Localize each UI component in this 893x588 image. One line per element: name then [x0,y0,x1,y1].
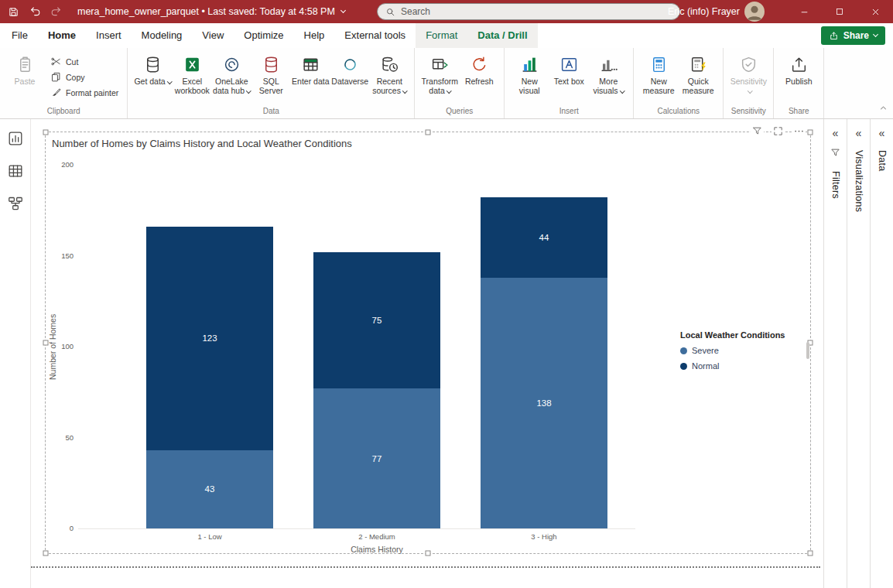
ribbon-item-label: Refresh [465,77,494,86]
resize-handle[interactable] [808,551,813,556]
visualizations-pane-collapsed[interactable]: « Visualizations [847,119,870,588]
enter-data-icon [301,54,320,74]
expand-pane-icon[interactable]: « [879,125,885,141]
ribbon-item-more-visuals[interactable]: More visuals [589,53,628,96]
bar-segment-normal[interactable]: 44 [481,197,607,277]
ribbon-item-paste[interactable]: Paste [5,53,44,87]
expand-pane-icon[interactable]: « [856,125,862,141]
ribbon-item-label: Enter data [292,77,329,86]
bar-segment-normal[interactable]: 123 [146,227,273,450]
legend-item-normal[interactable]: Normal [680,361,812,371]
model-view-button[interactable] [5,193,26,214]
tab-external-tools[interactable]: External tools [334,23,416,48]
minimize-button[interactable] [786,0,822,23]
maximize-icon [835,7,844,16]
ribbon-item-recent-sources[interactable]: Recent sources [370,53,409,96]
canvas-scrollbar[interactable] [806,342,809,359]
chevron-down-icon [340,8,346,13]
ribbon-item-text-box[interactable]: Text box [549,53,588,87]
bar-segment-severe[interactable]: 77 [313,388,440,528]
ribbon-item-onelake-data-hub[interactable]: OneLake data hub [212,53,251,96]
ribbon-group-items: Publish [776,48,821,105]
redo-icon [50,5,62,18]
ribbon-item-cut[interactable]: Cut [50,56,118,67]
resize-handle[interactable] [43,551,49,556]
ribbon-item-dataverse[interactable]: Dataverse [330,53,369,87]
tab-format[interactable]: Format [416,23,467,48]
report-canvas: Number of Homes by Claims History and Lo… [31,119,823,588]
onelake-icon [222,55,241,74]
ribbon-item-label: Dataverse [331,77,368,86]
maximize-button[interactable] [822,0,857,23]
dataverse-icon [340,55,360,74]
recent-icon [380,54,399,74]
resize-handle[interactable] [808,130,813,135]
share-button[interactable]: Share [821,26,885,45]
ribbon-group-label: Sensitivity [726,105,771,118]
filters-pane-collapsed[interactable]: « Filters [823,119,847,588]
ribbon-item-quick-measure[interactable]: Quick measure [679,53,717,96]
ribbon-item-get-data[interactable]: Get data [133,53,172,87]
ribbon-group-queries: Transform dataRefreshQueries [415,48,505,118]
tab-data-drill[interactable]: Data / Drill [467,23,537,48]
clipboard-icon [15,55,35,74]
tab-file[interactable]: File [2,23,38,48]
x-tick-label: 2 - Medium [313,532,440,541]
resize-handle[interactable] [426,130,431,135]
tab-optimize[interactable]: Optimize [234,23,293,48]
x-axis-line [78,528,635,529]
redo-button[interactable] [50,5,62,18]
bar-segment-normal[interactable]: 75 [313,252,440,388]
tab-view[interactable]: View [192,23,234,48]
ribbon-item-publish[interactable]: Publish [779,53,818,87]
resize-handle[interactable] [43,340,49,346]
search-input[interactable]: Search [377,3,680,20]
bar-segment-severe[interactable]: 138 [481,278,607,528]
ribbon-group-calculations: New measureQuick measureCalculations [634,48,724,118]
tab-home[interactable]: Home [38,23,86,48]
ribbon-item-enter-data[interactable]: Enter data [291,53,330,87]
chart-visual[interactable]: Number of Homes by Claims History and Lo… [45,132,811,554]
collapse-ribbon-button[interactable] [878,102,888,116]
ribbon-item-sql-server[interactable]: SQL Server [251,53,290,96]
resize-handle[interactable] [426,551,431,556]
new-measure-icon [649,54,669,74]
ribbon-item-copy[interactable]: Copy [50,71,118,83]
resize-handle[interactable] [43,130,49,135]
tab-help[interactable]: Help [294,23,335,48]
save-button[interactable] [7,5,19,18]
ribbon-item-sensitivity[interactable]: Sensitivity [729,53,768,96]
legend-label: Normal [692,361,719,371]
ribbon-group-label: Queries [417,105,501,118]
ribbon-item-transform-data[interactable]: Transform data [420,53,459,96]
ribbon-group-label: Insert [507,105,631,118]
table-view-button[interactable] [5,161,26,181]
menubar: FileHomeInsertModelingViewOptimizeHelpEx… [0,23,893,48]
tab-modeling[interactable]: Modeling [132,23,193,48]
document-title-menu[interactable]: mera_home_owner_parquet • Last saved: To… [77,0,345,23]
report-view-button[interactable] [5,128,26,149]
ribbon-item-excel-workbook[interactable]: Excel workbook [173,53,211,96]
y-tick-label: 50 [50,433,74,442]
ribbon-item-label: Excel workbook [173,77,211,95]
data-pane-collapsed[interactable]: « Data [870,119,893,588]
close-button[interactable] [857,0,893,23]
person-icon [744,2,765,22]
ribbon-item-new-visual[interactable]: New visual [510,53,549,96]
undo-button[interactable] [29,5,42,18]
chevron-up-icon [878,103,888,113]
ribbon-group-items: Transform dataRefresh [417,48,501,105]
tab-insert[interactable]: Insert [86,23,132,48]
ribbon-item-new-measure[interactable]: New measure [639,53,678,96]
close-icon [871,7,881,17]
ribbon-item-format-painter[interactable]: Format painter [50,87,118,98]
new-visual-icon [520,55,539,74]
ribbon-item-refresh[interactable]: Refresh [460,53,498,87]
legend-item-severe[interactable]: Severe [680,346,812,355]
ribbon-item-label: Format painter [66,88,118,97]
bar-segment-severe[interactable]: 43 [146,450,273,528]
chevron-down-icon [873,32,878,37]
avatar[interactable] [744,2,765,22]
account-name[interactable]: Eric (info) Frayer [668,0,740,23]
expand-pane-icon[interactable]: « [833,125,839,141]
